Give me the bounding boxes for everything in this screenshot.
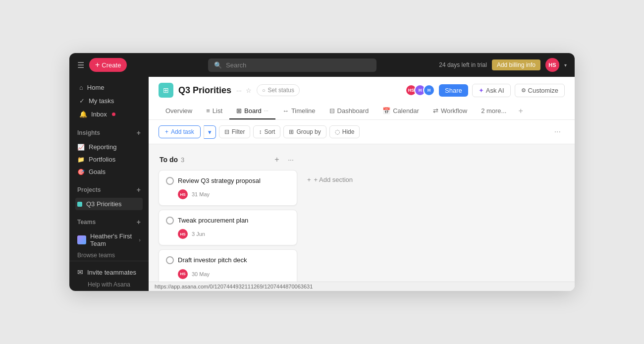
project-title-actions: ··· ☆ [236, 87, 252, 94]
add-tab-button[interactable]: + [513, 103, 528, 119]
task-2-checkbox[interactable] [166, 217, 174, 225]
add-task-button[interactable]: + Add task [159, 125, 201, 138]
filter-button[interactable]: ⊟ Filter [219, 125, 251, 138]
task-3-title: Draft investor pitch deck [178, 256, 290, 265]
tab-workflow[interactable]: ⇄ Workflow [426, 103, 474, 119]
help-link[interactable]: Help with Asana [75, 279, 143, 290]
task-card-3[interactable]: Draft investor pitch deck HS 30 May [159, 249, 297, 282]
sidebar-home-label: Home [87, 84, 105, 91]
customize-label: Customize [528, 87, 558, 94]
teams-add-icon[interactable]: + [137, 218, 141, 226]
ask-ai-label: Ask AI [486, 87, 504, 94]
ask-ai-button[interactable]: ✦ Ask AI [472, 84, 511, 97]
main-layout: ⌂ Home ✓ My tasks 🔔 Inbox Insights + [69, 77, 575, 291]
insights-label: Insights [77, 129, 100, 136]
add-task-label: Add task [171, 128, 194, 135]
add-section-area: + + Add section [305, 154, 444, 187]
add-task-plus-icon: + [165, 128, 168, 135]
sidebar-item-heathers-team[interactable]: Heather's First Team › [75, 230, 143, 250]
add-section-button[interactable]: + + Add section [305, 172, 444, 187]
board-area: To do 3 + ··· Review Q3 strategy proposa… [149, 144, 575, 282]
set-status-button[interactable]: ○ Set status [257, 84, 300, 96]
sidebar-item-reporting[interactable]: 📈 Reporting [75, 141, 143, 153]
todo-column: To do 3 + ··· Review Q3 strategy proposa… [159, 154, 297, 282]
sort-label: Sort [264, 128, 275, 135]
sidebar-item-inbox[interactable]: 🔔 Inbox [71, 108, 147, 121]
browse-teams-link[interactable]: Browse teams [75, 250, 143, 261]
reporting-icon: 📈 [77, 144, 85, 151]
task-1-date: 31 May [192, 191, 210, 197]
tab-dashboard[interactable]: ⊟ Dashboard [322, 103, 376, 119]
see-team-icon: › [139, 237, 141, 243]
board-tab-label: Board [244, 107, 262, 115]
tab-overview[interactable]: Overview [159, 103, 199, 119]
content-area: ⊞ Q3 Priorities ··· ☆ ○ Set status [149, 77, 575, 291]
user-menu-chevron-icon[interactable]: ▾ [564, 62, 567, 68]
todo-column-add-button[interactable]: + [271, 154, 282, 165]
group-by-button[interactable]: ⊞ Group by [283, 125, 326, 138]
portfolios-icon: 📁 [77, 156, 85, 163]
sidebar-item-goals[interactable]: 🎯 Goals [75, 166, 143, 178]
project-icon-box: ⊞ [159, 83, 173, 98]
header-right: HS H H Share ✦ Ask AI ⚙ Custom [405, 84, 565, 97]
customize-icon: ⚙ [521, 87, 526, 94]
title-star-icon[interactable]: ☆ [246, 87, 252, 94]
task-3-checkbox[interactable] [166, 256, 174, 264]
board-tab-dots: ··· [264, 108, 268, 114]
q3-project-dot [77, 202, 82, 207]
add-section-icon: + [307, 176, 311, 183]
hamburger-icon[interactable]: ☰ [77, 60, 84, 70]
list-tab-icon: ≡ [206, 107, 210, 115]
calendar-tab-label: Calendar [393, 107, 419, 115]
invite-icon: ✉ [77, 268, 83, 276]
tab-calendar[interactable]: 📅 Calendar [376, 103, 426, 119]
task-card-3-header: Draft investor pitch deck [166, 256, 290, 265]
tab-more[interactable]: 2 more... [474, 103, 513, 119]
sidebar-item-home[interactable]: ⌂ Home [71, 81, 147, 94]
hide-button[interactable]: ◌ Hide [329, 125, 360, 138]
top-bar-left: ☰ + Create [77, 58, 147, 72]
sidebar-item-q3-priorities[interactable]: Q3 Priorities [75, 198, 143, 210]
tab-timeline[interactable]: ↔ Timeline [275, 103, 322, 119]
create-button[interactable]: + Create [89, 58, 127, 72]
app-window: ☰ + Create 🔍 24 days left in trial Add b… [69, 53, 575, 291]
projects-add-icon[interactable]: + [137, 186, 141, 194]
invite-teammates-button[interactable]: ✉ Invite teammates [75, 265, 143, 279]
q3-priorities-label: Q3 Priorities [86, 200, 122, 208]
project-title-row: ⊞ Q3 Priorities ··· ☆ ○ Set status [159, 83, 565, 98]
sidebar-my-tasks-label: My tasks [89, 97, 114, 105]
customize-button[interactable]: ⚙ Customize [515, 84, 565, 97]
user-avatar[interactable]: HS [545, 58, 559, 72]
add-task-dropdown[interactable]: ▾ [204, 125, 216, 139]
task-1-checkbox[interactable] [166, 177, 174, 185]
search-input[interactable] [226, 61, 371, 69]
insights-add-icon[interactable]: + [137, 129, 141, 137]
sidebar: ⌂ Home ✓ My tasks 🔔 Inbox Insights + [69, 77, 149, 291]
tab-list[interactable]: ≡ List [199, 103, 229, 119]
member-avatar-3[interactable]: H [423, 84, 435, 96]
tab-board[interactable]: ⊞ Board ··· [229, 103, 275, 119]
sidebar-item-portfolios[interactable]: 📁 Portfolios [75, 153, 143, 166]
todo-column-count: 3 [181, 156, 184, 164]
create-label: Create [102, 61, 121, 69]
todo-column-more-button[interactable]: ··· [285, 154, 296, 165]
set-status-circle-icon: ○ [262, 87, 266, 93]
project-tabs: Overview ≡ List ⊞ Board ··· ↔ [159, 103, 565, 119]
top-bar-right: 24 days left in trial Add billing info H… [438, 58, 567, 72]
billing-button[interactable]: Add billing info [492, 59, 540, 70]
home-icon: ⌂ [79, 84, 83, 91]
task-card-2[interactable]: Tweak procurement plan HS 3 Jun [159, 210, 297, 245]
task-card-2-header: Tweak procurement plan [166, 216, 290, 225]
share-button[interactable]: Share [439, 84, 468, 97]
sidebar-item-my-tasks[interactable]: ✓ My tasks [71, 94, 147, 108]
overview-tab-label: Overview [165, 107, 192, 115]
task-2-meta: HS 3 Jun [166, 229, 290, 239]
task-card-1[interactable]: Review Q3 strategy proposal HS 31 May [159, 170, 297, 206]
search-input-wrap[interactable]: 🔍 [208, 58, 376, 72]
board-tab-icon: ⊞ [236, 107, 242, 115]
sort-button[interactable]: ↕ Sort [253, 125, 280, 138]
add-section-label: + Add section [314, 176, 353, 183]
title-ellipsis-icon[interactable]: ··· [236, 87, 242, 94]
calendar-tab-icon: 📅 [382, 107, 390, 115]
toolbar-more-button[interactable]: ··· [550, 125, 565, 139]
